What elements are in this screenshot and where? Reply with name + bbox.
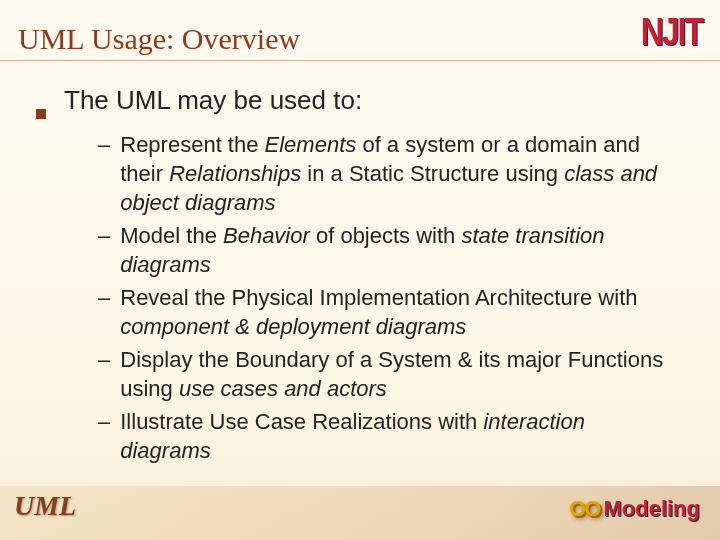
footer-brand: OO Modeling	[569, 496, 700, 522]
list-item-text: Represent the Elements of a system or a …	[120, 130, 680, 217]
dash-icon: –	[98, 407, 110, 465]
list-item-text: Model the Behavior of objects with state…	[120, 221, 680, 279]
title-divider	[0, 60, 720, 61]
list-item-text: Illustrate Use Case Realizations with in…	[120, 407, 680, 465]
dash-icon: –	[98, 130, 110, 217]
list-item: –Model the Behavior of objects with stat…	[98, 221, 680, 279]
footer-brand-oo: OO	[569, 496, 603, 521]
dash-icon: –	[98, 283, 110, 341]
dash-icon: –	[98, 345, 110, 403]
content-area: The UML may be used to: –Represent the E…	[36, 85, 680, 469]
list-item: –Represent the Elements of a system or a…	[98, 130, 680, 217]
list-item-text: Display the Boundary of a System & its m…	[120, 345, 680, 403]
njit-logo: NJIT	[641, 10, 702, 54]
list-item: –Illustrate Use Case Realizations with i…	[98, 407, 680, 465]
footer-uml-label: UML	[14, 490, 76, 522]
dash-icon: –	[98, 221, 110, 279]
lead-bullet: The UML may be used to:	[36, 85, 680, 116]
list-item: –Display the Boundary of a System & its …	[98, 345, 680, 403]
list-item: –Reveal the Physical Implementation Arch…	[98, 283, 680, 341]
sub-bullet-list: –Represent the Elements of a system or a…	[98, 130, 680, 465]
footer-brand-modeling: Modeling	[603, 496, 700, 521]
list-item-text: Reveal the Physical Implementation Archi…	[120, 283, 680, 341]
square-bullet-icon	[36, 109, 46, 119]
lead-text: The UML may be used to:	[64, 85, 362, 116]
page-title: UML Usage: Overview	[18, 22, 300, 56]
